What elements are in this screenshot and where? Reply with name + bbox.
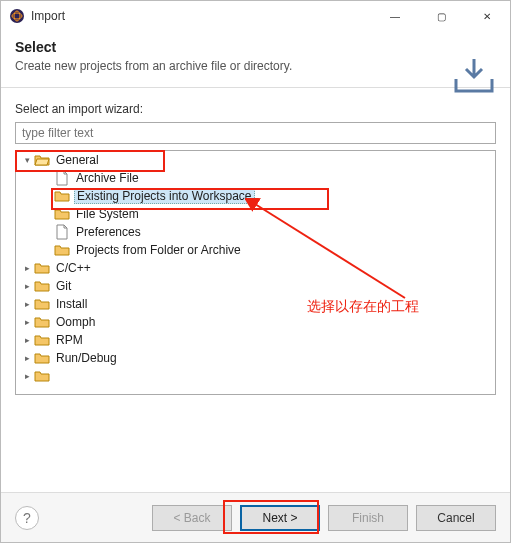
- folder-icon: [34, 368, 50, 384]
- folder-open-icon: [34, 152, 50, 168]
- folder-icon: [34, 260, 50, 276]
- cancel-button[interactable]: Cancel: [416, 505, 496, 531]
- tree-label: Projects from Folder or Archive: [74, 243, 243, 257]
- page-title: Select: [15, 39, 496, 55]
- tree-node-file-system[interactable]: File System: [16, 205, 495, 223]
- folder-icon: [34, 278, 50, 294]
- dialog-header: Select Create new projects from an archi…: [1, 31, 510, 88]
- folder-icon: [34, 296, 50, 312]
- import-icon: [452, 57, 496, 99]
- tree-node-archive-file[interactable]: Archive File: [16, 169, 495, 187]
- chevron-right-icon[interactable]: ▸: [20, 317, 34, 327]
- help-button[interactable]: ?: [15, 506, 39, 530]
- eclipse-icon: [9, 8, 25, 24]
- folder-icon: [54, 242, 70, 258]
- tree-node-projects-from-folder[interactable]: Projects from Folder or Archive: [16, 241, 495, 259]
- chevron-right-icon[interactable]: ▸: [20, 299, 34, 309]
- filter-input[interactable]: [15, 122, 496, 144]
- tree-label: Run/Debug: [54, 351, 119, 365]
- wizard-content: Select an import wizard: ▾ General Archi…: [1, 88, 510, 395]
- tree-node-rundebug[interactable]: ▸ Run/Debug: [16, 349, 495, 367]
- tree-node-more[interactable]: ▸: [16, 367, 495, 385]
- tree-label: General: [54, 153, 101, 167]
- chevron-down-icon[interactable]: ▾: [20, 155, 34, 165]
- next-button[interactable]: Next >: [240, 505, 320, 531]
- tree-label: Existing Projects into Workspace: [74, 188, 255, 204]
- finish-button[interactable]: Finish: [328, 505, 408, 531]
- select-wizard-prompt: Select an import wizard:: [15, 102, 496, 116]
- chevron-right-icon[interactable]: ▸: [20, 335, 34, 345]
- tree-node-git[interactable]: ▸ Git: [16, 277, 495, 295]
- tree-label: Install: [54, 297, 89, 311]
- chevron-right-icon[interactable]: ▸: [20, 353, 34, 363]
- file-icon: [54, 224, 70, 240]
- tree-node-rpm[interactable]: ▸ RPM: [16, 331, 495, 349]
- folder-icon: [54, 188, 70, 204]
- import-wizard-tree[interactable]: ▾ General Archive File Existing Projects…: [15, 150, 496, 395]
- maximize-button[interactable]: ▢: [418, 1, 464, 31]
- chevron-right-icon[interactable]: ▸: [20, 371, 34, 381]
- minimize-button[interactable]: —: [372, 1, 418, 31]
- tree-node-preferences[interactable]: Preferences: [16, 223, 495, 241]
- tree-label: Oomph: [54, 315, 97, 329]
- tree-node-general[interactable]: ▾ General: [16, 151, 495, 169]
- close-button[interactable]: ✕: [464, 1, 510, 31]
- tree-label: Archive File: [74, 171, 141, 185]
- folder-icon: [34, 350, 50, 366]
- folder-icon: [34, 314, 50, 330]
- tree-wrapper: ▾ General Archive File Existing Projects…: [15, 150, 496, 395]
- tree-label: C/C++: [54, 261, 93, 275]
- file-icon: [54, 170, 70, 186]
- folder-icon: [34, 332, 50, 348]
- title-bar: Import — ▢ ✕: [1, 1, 510, 31]
- tree-label: Preferences: [74, 225, 143, 239]
- page-description: Create new projects from an archive file…: [15, 59, 496, 73]
- tree-label: RPM: [54, 333, 85, 347]
- chevron-right-icon[interactable]: ▸: [20, 281, 34, 291]
- dialog-footer: ? < Back Next > Finish Cancel: [1, 492, 510, 542]
- tree-label: File System: [74, 207, 141, 221]
- back-button[interactable]: < Back: [152, 505, 232, 531]
- tree-node-install[interactable]: ▸ Install: [16, 295, 495, 313]
- tree-node-oomph[interactable]: ▸ Oomph: [16, 313, 495, 331]
- chevron-right-icon[interactable]: ▸: [20, 263, 34, 273]
- tree-node-existing-projects[interactable]: Existing Projects into Workspace: [16, 187, 495, 205]
- tree-node-ccpp[interactable]: ▸ C/C++: [16, 259, 495, 277]
- window-title: Import: [31, 9, 372, 23]
- folder-icon: [54, 206, 70, 222]
- tree-label: Git: [54, 279, 73, 293]
